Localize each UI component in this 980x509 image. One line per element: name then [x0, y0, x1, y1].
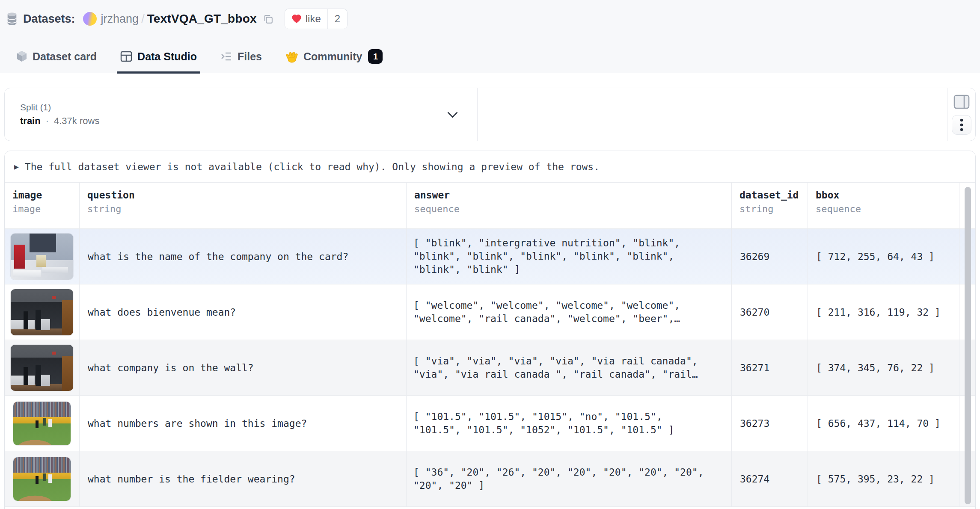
- tab-label: Dataset card: [33, 50, 97, 63]
- data-grid: image image question string answer seque…: [5, 183, 975, 507]
- column-type: image: [12, 204, 79, 214]
- image-cell[interactable]: [5, 340, 80, 396]
- column-type: sequence: [414, 204, 731, 214]
- column-header-answer[interactable]: answer sequence: [407, 183, 732, 229]
- like-button-group: like 2: [285, 9, 347, 29]
- answer-cell[interactable]: [ "welcome", "welcome", "welcome", "welc…: [407, 284, 732, 340]
- image-cell[interactable]: [5, 451, 80, 507]
- column-name: dataset_id: [739, 189, 808, 201]
- dataset-id-cell[interactable]: 36274: [732, 451, 808, 507]
- dataset-preview-table: ▶ The full dataset viewer is not availab…: [4, 151, 976, 509]
- row-image-thumbnail[interactable]: [11, 345, 73, 391]
- row-image-thumbnail[interactable]: [13, 457, 71, 501]
- like-count[interactable]: 2: [327, 9, 347, 29]
- tab-bar: Dataset card Data Studio: [16, 40, 383, 73]
- tab-community[interactable]: Community 1: [285, 40, 383, 73]
- column-type: string: [739, 204, 808, 214]
- community-count-badge: 1: [368, 49, 383, 64]
- tab-dataset-card[interactable]: Dataset card: [16, 40, 97, 73]
- tab-data-studio[interactable]: Data Studio: [120, 40, 197, 73]
- vertical-scrollbar[interactable]: [965, 187, 971, 504]
- split-row-count: 4.37k rows: [54, 115, 99, 127]
- notice-text: The full dataset viewer is not available…: [25, 161, 600, 172]
- waving-hand-icon: [285, 50, 298, 63]
- question-cell[interactable]: what is the name of the company on the c…: [80, 229, 407, 284]
- question-cell[interactable]: what numbers are shown in this image?: [80, 396, 407, 451]
- question-cell[interactable]: what number is the fielder wearing?: [80, 451, 407, 507]
- row-image-thumbnail[interactable]: [11, 234, 73, 280]
- viewer-unavailable-notice[interactable]: ▶ The full dataset viewer is not availab…: [5, 151, 975, 183]
- dataset-name-link[interactable]: TextVQA_GT_bbox: [147, 12, 257, 26]
- split-dot: ·: [46, 115, 49, 127]
- owner-avatar[interactable]: [83, 12, 97, 26]
- row-image-thumbnail[interactable]: [13, 402, 71, 445]
- split-name: train: [20, 115, 41, 127]
- column-name: image: [12, 189, 79, 201]
- answer-cell[interactable]: [ "blink", "intergrative nutrition", "bl…: [407, 229, 732, 284]
- chevron-down-icon: [447, 111, 458, 120]
- bbox-cell[interactable]: [ 656, 437, 114, 70 ]: [808, 396, 959, 451]
- top-header-area: Datasets: jrzhang / TextVQA_GT_bbox: [0, 0, 980, 73]
- toolbar-right-controls: [947, 88, 975, 141]
- dataset-id-cell[interactable]: 36273: [732, 396, 808, 451]
- dataset-id-cell[interactable]: 36271: [732, 340, 808, 396]
- column-header-question[interactable]: question string: [80, 183, 407, 229]
- column-header-dataset-id[interactable]: dataset_id string: [732, 183, 808, 229]
- image-cell[interactable]: [5, 229, 80, 284]
- column-view-icon[interactable]: [953, 94, 970, 109]
- column-name: bbox: [816, 189, 959, 201]
- column-type: sequence: [816, 204, 959, 214]
- image-cell[interactable]: [5, 284, 80, 340]
- image-cell[interactable]: [5, 396, 80, 451]
- breadcrumb-separator: /: [141, 12, 145, 26]
- dataset-title-bar: Datasets: jrzhang / TextVQA_GT_bbox: [6, 7, 347, 31]
- bbox-cell[interactable]: [ 374, 345, 76, 22 ]: [808, 340, 959, 396]
- column-type: string: [87, 204, 406, 214]
- toolbar-spacer: [478, 88, 947, 141]
- column-name: question: [87, 189, 406, 201]
- bbox-cell[interactable]: [ 712, 255, 64, 43 ]: [808, 229, 959, 284]
- like-button[interactable]: like: [285, 9, 327, 29]
- split-value-row: train · 4.37k rows: [20, 115, 477, 127]
- owner-link[interactable]: jrzhang: [101, 12, 139, 26]
- column-header-bbox[interactable]: bbox sequence: [808, 183, 959, 229]
- bbox-cell[interactable]: [ 575, 395, 23, 22 ]: [808, 451, 959, 507]
- heart-icon: [291, 14, 302, 24]
- dataset-card-box-icon: [16, 50, 27, 62]
- column-header-image[interactable]: image image: [5, 183, 80, 229]
- dataset-id-cell[interactable]: 36270: [732, 284, 808, 340]
- answer-cell[interactable]: [ "101.5", "101.5", "1015", "no", "101.5…: [407, 396, 732, 451]
- split-toolbar: Split (1) train · 4.37k rows: [4, 88, 976, 141]
- question-cell[interactable]: what company is on the wall?: [80, 340, 407, 396]
- like-label: like: [306, 13, 321, 25]
- bbox-cell[interactable]: [ 211, 316, 119, 32 ]: [808, 284, 959, 340]
- answer-cell[interactable]: [ "via", "via", "via", "via", "via rail …: [407, 340, 732, 396]
- split-count-label: Split (1): [20, 102, 477, 112]
- data-studio-table-icon: [120, 51, 132, 62]
- tab-label: Files: [238, 50, 262, 63]
- split-selector[interactable]: Split (1) train · 4.37k rows: [5, 88, 478, 141]
- database-icon: [6, 12, 18, 26]
- tab-label: Data Studio: [137, 50, 197, 63]
- question-cell[interactable]: what does bienvenue mean?: [80, 284, 407, 340]
- tab-label: Community: [303, 50, 362, 63]
- column-name: answer: [414, 189, 731, 201]
- dataset-id-cell[interactable]: 36269: [732, 229, 808, 284]
- more-options-button[interactable]: [952, 115, 971, 135]
- tab-files[interactable]: Files: [220, 40, 262, 73]
- answer-cell[interactable]: [ "36", "20", "26", "20", "20", "20", "2…: [407, 451, 732, 507]
- files-list-icon: [220, 51, 232, 62]
- disclosure-triangle-icon: ▶: [14, 162, 19, 171]
- copy-icon[interactable]: [263, 14, 273, 24]
- row-image-thumbnail[interactable]: [11, 289, 73, 335]
- dataset-viewer-page: Datasets: jrzhang / TextVQA_GT_bbox: [0, 0, 980, 509]
- datasets-section-label: Datasets:: [23, 12, 75, 26]
